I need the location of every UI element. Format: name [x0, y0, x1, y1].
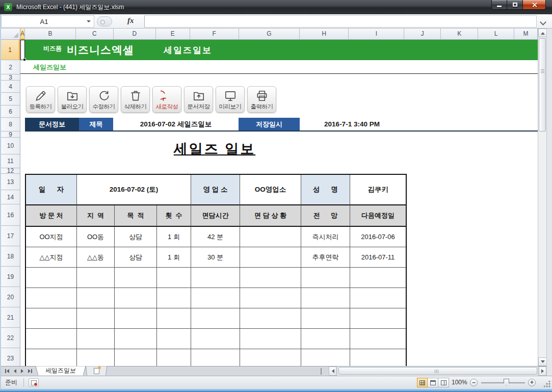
column-header-c[interactable]: C [76, 29, 114, 40]
table-cell[interactable] [350, 308, 406, 329]
register-button[interactable]: 등록하기 [26, 86, 55, 113]
table-cell[interactable] [26, 329, 77, 349]
select-all-corner[interactable] [1, 29, 20, 40]
table-cell[interactable]: 30 분 [191, 247, 240, 268]
row-header-16[interactable]: 16 [1, 204, 20, 226]
column-header-m[interactable]: M [514, 29, 538, 40]
sheet-link[interactable]: 세일즈일보 [33, 60, 66, 74]
table-cell[interactable] [157, 349, 191, 366]
table-cell[interactable] [240, 288, 301, 308]
table-cell[interactable]: △△지점 [26, 247, 77, 268]
table-cell[interactable]: 2016-07-06 [350, 227, 406, 247]
print-button[interactable]: 출력하기 [247, 86, 276, 113]
table-cell[interactable]: OO지점 [26, 227, 77, 247]
table-cell[interactable] [350, 349, 406, 366]
new-document-button[interactable]: 새로작성 [152, 86, 181, 113]
table-cell[interactable]: 상담 [115, 227, 157, 247]
table-cell[interactable] [301, 308, 350, 329]
row-header-23[interactable]: 23 [1, 348, 20, 366]
row-header-9[interactable]: 9 [1, 132, 20, 138]
row-header-18[interactable]: 18 [1, 246, 20, 267]
table-cell[interactable] [115, 329, 157, 349]
page-break-view-button[interactable] [438, 378, 449, 387]
next-sheet-button[interactable] [19, 368, 25, 375]
column-header-e[interactable]: E [156, 29, 190, 40]
name-box[interactable]: A1 [1, 15, 94, 28]
table-cell[interactable] [77, 288, 115, 308]
row-header-20[interactable]: 20 [1, 287, 20, 307]
column-header-l[interactable]: L [478, 29, 514, 40]
table-cell[interactable] [301, 329, 350, 349]
row-header-22[interactable]: 22 [1, 328, 20, 348]
table-cell[interactable] [240, 349, 301, 366]
table-cell[interactable] [240, 308, 301, 329]
horizontal-scrollbar-thumb[interactable] [338, 367, 537, 375]
row-header-17[interactable]: 17 [1, 226, 20, 246]
close-button[interactable] [522, 0, 546, 10]
table-cell[interactable] [157, 288, 191, 308]
table-cell[interactable]: 2016-07-11 [350, 247, 406, 268]
tab-split-handle[interactable] [321, 368, 324, 375]
column-header-b[interactable]: B [25, 29, 76, 40]
row-header-1[interactable]: 1 [1, 40, 20, 60]
preview-button[interactable]: 미리보기 [216, 86, 245, 113]
table-cell[interactable]: 1 회 [157, 227, 191, 247]
table-cell[interactable] [240, 329, 301, 349]
table-cell[interactable] [191, 308, 240, 329]
page-layout-view-button[interactable] [428, 378, 438, 387]
first-sheet-button[interactable] [4, 368, 10, 375]
scroll-down-button[interactable] [538, 357, 547, 366]
scroll-right-button[interactable] [539, 367, 546, 376]
table-cell[interactable] [240, 247, 301, 268]
expand-formula-bar-icon[interactable] [539, 17, 547, 25]
zoom-level[interactable]: 100% [452, 376, 467, 389]
column-header-g[interactable]: G [239, 29, 300, 40]
minimize-button[interactable] [491, 0, 507, 10]
row-header-21[interactable]: 21 [1, 307, 20, 328]
column-header-i[interactable]: I [349, 29, 404, 40]
table-cell[interactable] [191, 268, 240, 288]
sheet-tab-active[interactable]: 세일즈일보 [35, 367, 86, 376]
record-macro-button[interactable] [29, 378, 39, 387]
row-header-10[interactable]: 10 [1, 138, 20, 154]
insert-function-icon[interactable]: fx [127, 16, 134, 25]
table-cell[interactable] [77, 329, 115, 349]
column-header-k[interactable]: K [441, 29, 478, 40]
column-header-a[interactable]: A [20, 29, 25, 40]
zoom-out-button[interactable]: – [470, 379, 478, 386]
table-cell[interactable] [191, 288, 240, 308]
table-cell[interactable]: △△동 [77, 247, 115, 268]
table-cell[interactable] [77, 308, 115, 329]
column-header-h[interactable]: H [300, 29, 349, 40]
table-cell[interactable] [157, 308, 191, 329]
column-header-d[interactable]: D [114, 29, 156, 40]
row-header-14[interactable]: 14 [1, 190, 20, 204]
row-header-19[interactable]: 19 [1, 267, 20, 287]
table-cell[interactable]: 추후연락 [301, 247, 350, 268]
collapse-formula-bar-button[interactable] [97, 16, 112, 27]
table-cell[interactable] [26, 288, 77, 308]
column-header-f[interactable]: F [190, 29, 239, 40]
formula-input[interactable] [144, 15, 537, 28]
table-cell[interactable] [350, 329, 406, 349]
table-cell[interactable] [301, 268, 350, 288]
table-cell[interactable] [157, 329, 191, 349]
window-resize-grip[interactable] [544, 381, 550, 387]
delete-button[interactable]: 삭제하기 [121, 86, 150, 113]
row-header-3[interactable]: 3 [1, 74, 20, 81]
normal-view-button[interactable] [417, 378, 428, 387]
zoom-slider-track[interactable] [481, 382, 525, 383]
table-cell[interactable] [115, 308, 157, 329]
table-cell[interactable]: 42 분 [191, 227, 240, 247]
table-cell[interactable] [301, 349, 350, 366]
table-cell[interactable]: 상담 [115, 247, 157, 268]
table-cell[interactable] [115, 288, 157, 308]
title-bar[interactable]: X Microsoft Excel - (441) 세일즈일보.xlsm [0, 0, 552, 14]
zoom-in-button[interactable]: + [528, 379, 536, 386]
scroll-left-button[interactable] [329, 367, 336, 376]
table-cell[interactable] [350, 288, 406, 308]
scroll-up-button[interactable] [538, 29, 547, 37]
table-cell[interactable]: 1 회 [157, 247, 191, 268]
name-box-dropdown-icon[interactable] [87, 20, 91, 24]
table-cell[interactable] [240, 227, 301, 247]
